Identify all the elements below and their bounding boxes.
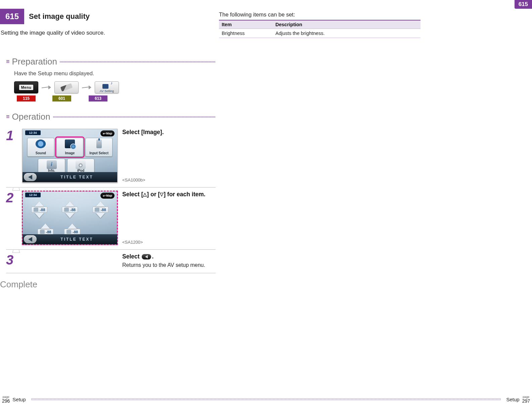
step-3-body: Select . Returns you to the AV setup men…	[122, 253, 216, 268]
page-num: 297	[522, 399, 530, 403]
th-description: Description	[273, 20, 420, 29]
text: .	[152, 253, 153, 260]
brightness-control: -88	[27, 201, 52, 218]
triangle-up-icon	[65, 201, 75, 207]
left-page: 615 Set image quality Setting the image …	[0, 7, 216, 290]
settings-table: Item Description Brightness Adjusts the …	[219, 20, 420, 38]
speaker-icon	[36, 139, 46, 148]
text: Select [	[122, 191, 143, 198]
title-badge: 615	[0, 9, 24, 24]
tint-icon	[40, 230, 45, 234]
step-1-instruction: Select [Image].	[122, 129, 216, 136]
step-2-body: Select [△] or [▽] for each item. <SA1200…	[122, 191, 216, 245]
ref-badge-613: 613	[89, 95, 107, 101]
triangle-down-icon	[35, 213, 44, 218]
screenshot-bottom-bar: TITLE TEXT	[23, 172, 117, 182]
value-text: -88	[40, 208, 45, 212]
page-number-left: page 296	[2, 396, 10, 403]
triangle-down-glyph: ▽	[160, 192, 164, 197]
value-text: -88	[73, 230, 78, 234]
tile-label: Input Select	[89, 151, 108, 155]
text: [Image]	[141, 129, 162, 135]
arrow-icon	[82, 85, 91, 90]
text: ] for each item.	[164, 191, 205, 198]
control-value: -88	[31, 207, 47, 213]
triangle-up-icon	[96, 201, 105, 207]
step-2-instruction: Select [△] or [▽] for each item.	[122, 191, 216, 198]
screenshot-title-text: TITLE TEXT	[37, 175, 117, 179]
preparation-body: Have the Setup menu displayed. Menu AV S…	[14, 70, 216, 101]
monitor-icon	[65, 139, 75, 148]
operation-heading-row: ≡ Operation	[6, 112, 216, 122]
av-setting-chip: AV Setting	[95, 81, 119, 93]
ipod-icon	[76, 160, 86, 169]
step-number: 2	[6, 191, 17, 245]
operation-steps: 1 12:34 Map Sound Image Input Select Inf…	[6, 125, 216, 273]
footer-left: page 296 Setup	[2, 396, 26, 403]
tile-image-highlighted: Image	[56, 138, 84, 157]
screenshot-clock: 12:34	[25, 130, 41, 135]
step-1: 1 12:34 Map Sound Image Input Select Inf…	[6, 125, 216, 188]
black-level-control: -88	[88, 201, 113, 218]
right-page: The following items can be set: Item Des…	[219, 7, 420, 38]
text: ] or [	[147, 191, 160, 198]
value-text: -88	[101, 208, 106, 212]
th-item: Item	[219, 20, 273, 29]
page-title: Set image quality	[24, 9, 90, 24]
triangle-up-glyph: △	[143, 192, 147, 197]
text: .	[162, 129, 164, 135]
menu-button-label: Menu	[19, 85, 34, 90]
page-number-right: page 297	[522, 396, 530, 403]
screenshot-map-button: Map	[100, 193, 115, 199]
color-icon	[66, 230, 71, 234]
complete-label: Complete	[0, 279, 216, 290]
intro-text: Setting the image quality of video sourc…	[1, 30, 216, 36]
screenshot-clock: 12:34	[25, 193, 41, 197]
ref-badge-115: 115	[17, 95, 36, 101]
text: Select	[122, 129, 141, 135]
step-3-sub: Returns you to the AV setup menu.	[122, 262, 216, 268]
value-text: -88	[46, 230, 51, 234]
ref-badge-601: 601	[52, 95, 71, 101]
step-3: 3 Select . Returns you to the AV setup m…	[6, 250, 216, 273]
back-button-icon	[24, 235, 37, 243]
table-row: Brightness Adjusts the brightness.	[219, 29, 420, 38]
wrench-icon	[60, 83, 73, 92]
section-marker-icon: ≡	[6, 115, 9, 119]
step-2-screenshot: 12:34 Map -88 -88 -88	[22, 191, 118, 245]
black-level-icon	[95, 208, 99, 212]
control-value: -88	[62, 207, 78, 213]
av-setting-icon	[102, 82, 111, 89]
step-1-body: Select [Image]. <SA1000b>	[122, 129, 216, 182]
tile-label: Image	[65, 151, 75, 155]
heading-rule	[60, 61, 216, 63]
right-intro: The following items can be set:	[219, 11, 420, 18]
av-setting-tiles: Sound Image Input Select Info. iPod	[27, 138, 113, 171]
value-text: -88	[70, 208, 76, 212]
contrast-control: -88	[58, 201, 82, 218]
table-header-row: Item Description	[219, 20, 420, 29]
screenshot-bottom-bar: TITLE TEXT	[23, 234, 117, 244]
back-button-icon	[142, 254, 151, 259]
cell-desc: Adjusts the brightness.	[273, 29, 420, 38]
tile-sound: Sound	[27, 138, 54, 157]
footer-rule	[31, 398, 501, 400]
av-setting-label: AV Setting	[100, 89, 114, 93]
page-number-tab: 615	[515, 0, 532, 9]
brightness-icon	[34, 208, 38, 212]
footer-section: Setup	[506, 397, 519, 402]
text: Select	[122, 253, 141, 260]
tile-input-select: Input Select	[85, 138, 113, 157]
step-3-spacer	[22, 253, 118, 268]
preparation-heading: Preparation	[12, 56, 57, 67]
step-1-screenshot: 12:34 Map Sound Image Input Select Info.…	[22, 129, 118, 182]
plug-icon	[96, 139, 102, 148]
heading-rule	[53, 116, 216, 118]
control-value: -88	[92, 207, 108, 213]
triangle-down-icon	[96, 213, 105, 218]
step-2: 2 12:34 Map -88 -88	[6, 188, 216, 250]
step-1-code: <SA1000b>	[122, 177, 145, 182]
step-2-code: <SA1200>	[122, 240, 143, 245]
triangle-down-icon	[65, 213, 75, 218]
triangle-up-icon	[68, 223, 77, 229]
